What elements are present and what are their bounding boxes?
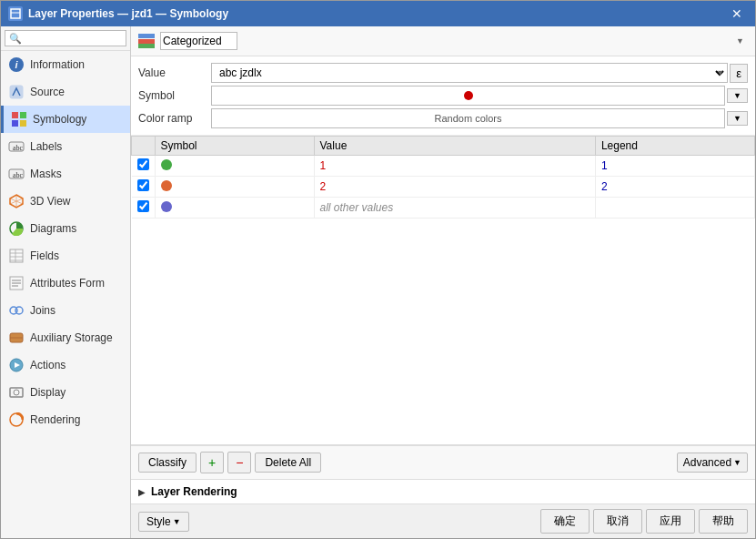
- sidebar-item-masks[interactable]: abc Masks: [1, 160, 130, 188]
- table-row: 2 2: [132, 177, 755, 198]
- source-icon: [8, 84, 25, 100]
- table-row: 1 1: [132, 156, 755, 177]
- svg-text:abc: abc: [13, 171, 24, 179]
- diagrams-icon: [8, 220, 25, 237]
- ok-button[interactable]: 确定: [540, 509, 590, 534]
- panel-header: Categorized: [131, 26, 755, 56]
- symbol-preview[interactable]: [211, 86, 725, 106]
- sidebar-item-label: Labels: [30, 140, 62, 153]
- symbol-dropdown-button[interactable]: ▼: [727, 88, 748, 103]
- sidebar-item-joins[interactable]: Joins: [1, 297, 130, 324]
- sidebar-item-display[interactable]: Display: [1, 379, 130, 406]
- symbol-control-wrap: ▼: [211, 86, 748, 106]
- auxiliary-storage-icon: [8, 330, 25, 346]
- color-dot-2: [161, 180, 172, 191]
- sidebar-item-label: Fields: [30, 249, 59, 262]
- attributes-form-icon: [8, 275, 25, 291]
- row-legend-2: 2: [595, 177, 754, 198]
- sidebar-item-label: Diagrams: [30, 222, 76, 235]
- row-legend-1: 1: [595, 156, 754, 177]
- labels-icon: abc: [8, 138, 25, 155]
- svg-rect-6: [20, 120, 26, 127]
- col-symbol[interactable]: Symbol: [155, 137, 314, 156]
- main-content: i Information Source: [1, 26, 755, 538]
- advanced-button[interactable]: Advanced ▼: [677, 453, 748, 473]
- sidebar-item-information[interactable]: i Information: [1, 51, 130, 78]
- value-label: Value: [138, 66, 211, 79]
- svg-rect-5: [12, 120, 18, 127]
- delete-all-button[interactable]: Delete All: [255, 453, 321, 473]
- masks-icon: abc: [8, 166, 25, 182]
- renderer-select-wrap: Categorized: [160, 32, 748, 50]
- color-dot-1: [161, 159, 172, 170]
- sidebar-item-label: Rendering: [30, 413, 80, 426]
- value-section: Value abc jzdlx ε Symbol: [131, 56, 755, 136]
- color-ramp-value: Random colors: [435, 113, 502, 124]
- joins-icon: [8, 302, 25, 319]
- window-title: Layer Properties — jzd1 — Symbology: [28, 7, 228, 20]
- symbology-icon: [11, 111, 27, 127]
- color-ramp-label: Color ramp: [138, 112, 211, 125]
- table-row: all other values: [132, 198, 755, 219]
- remove-button[interactable]: −: [227, 452, 251, 473]
- actions-icon: [8, 357, 25, 373]
- categorized-icon: [138, 34, 155, 48]
- sidebar-item-label: Display: [30, 386, 66, 399]
- sidebar-item-label: Attributes Form: [30, 277, 105, 290]
- classify-button[interactable]: Classify: [138, 453, 197, 473]
- row-checkbox-1[interactable]: [132, 156, 156, 177]
- row-symbol-3: [155, 198, 314, 219]
- svg-rect-32: [138, 44, 155, 48]
- style-button[interactable]: Style ▼: [138, 512, 189, 532]
- sidebar-item-auxiliary-storage[interactable]: Auxiliary Storage: [1, 324, 130, 351]
- 3dview-icon: [8, 193, 25, 209]
- color-ramp-dropdown-button[interactable]: ▼: [727, 111, 748, 126]
- row-value-2: 2: [314, 177, 595, 198]
- color-ramp-control-wrap: Random colors ▼: [211, 108, 748, 128]
- sidebar-item-diagrams[interactable]: Diagrams: [1, 215, 130, 242]
- svg-rect-30: [138, 34, 155, 38]
- row-checkbox-2[interactable]: [132, 177, 156, 198]
- collapse-arrow: ▶: [138, 487, 146, 497]
- row-legend-3: [595, 198, 754, 219]
- row-value-1: 1: [314, 156, 595, 177]
- value-select[interactable]: abc jzdlx: [211, 63, 728, 83]
- sidebar-item-3dview[interactable]: 3D View: [1, 188, 130, 215]
- svg-point-22: [15, 307, 23, 314]
- renderer-select[interactable]: Categorized: [160, 32, 237, 50]
- color-ramp-preview[interactable]: Random colors: [211, 108, 725, 128]
- rendering-icon: [8, 412, 25, 428]
- svg-rect-31: [138, 39, 155, 44]
- svg-point-28: [14, 390, 19, 395]
- color-ramp-row: Color ramp Random colors ▼: [138, 108, 748, 128]
- svg-text:abc: abc: [13, 144, 24, 152]
- cancel-button[interactable]: 取消: [593, 509, 642, 534]
- title-bar: Layer Properties — jzd1 — Symbology ✕: [1, 1, 755, 26]
- categories-table: Symbol Value Legend 1 1: [131, 136, 755, 219]
- sidebar-item-fields[interactable]: Fields: [1, 242, 130, 270]
- search-input[interactable]: [5, 30, 126, 46]
- help-button[interactable]: 帮助: [699, 509, 748, 534]
- row-symbol-1: [155, 156, 314, 177]
- row-value-3: all other values: [314, 198, 595, 219]
- row-checkbox-3[interactable]: [132, 198, 156, 219]
- apply-button[interactable]: 应用: [646, 509, 695, 534]
- col-value[interactable]: Value: [314, 137, 595, 156]
- sidebar-item-labels[interactable]: abc Labels: [1, 133, 130, 160]
- expression-button[interactable]: ε: [730, 64, 748, 83]
- window-icon: [8, 6, 23, 21]
- sidebar-item-rendering[interactable]: Rendering: [1, 406, 130, 433]
- sidebar-item-label: Symbology: [33, 113, 86, 126]
- sidebar-item-symbology[interactable]: Symbology: [1, 106, 130, 133]
- sidebar-item-label: Information: [30, 58, 85, 71]
- layer-rendering-section[interactable]: ▶ Layer Rendering: [131, 479, 755, 503]
- col-legend[interactable]: Legend: [595, 137, 754, 156]
- value-row: Value abc jzdlx ε: [138, 63, 748, 83]
- symbol-label: Symbol: [138, 89, 211, 102]
- add-button[interactable]: +: [200, 452, 224, 473]
- sidebar-item-attributes-form[interactable]: Attributes Form: [1, 270, 130, 297]
- sidebar-item-source[interactable]: Source: [1, 78, 130, 106]
- sidebar-item-label: Masks: [30, 168, 62, 180]
- close-button[interactable]: ✕: [726, 5, 748, 23]
- sidebar-item-actions[interactable]: Actions: [1, 351, 130, 379]
